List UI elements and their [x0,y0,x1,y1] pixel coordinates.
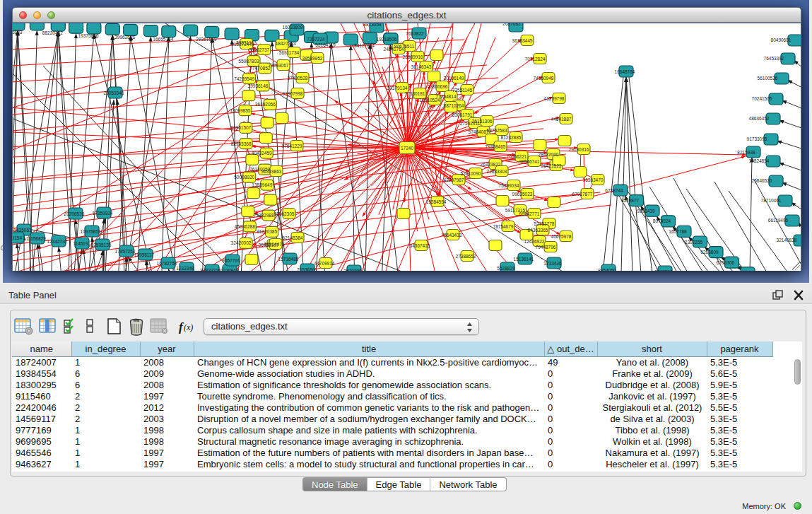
svg-text:66119495: 66119495 [768,218,789,223]
svg-text:16648784: 16648784 [615,69,635,74]
svg-text:80901507: 80901507 [230,125,251,130]
svg-text:34127884: 34127884 [354,43,375,48]
svg-text:73551145: 73551145 [452,88,473,93]
svg-text:17240: 17240 [401,146,413,151]
svg-text:99635023: 99635023 [512,192,533,197]
svg-text:8074924: 8074924 [653,218,671,223]
svg-text:16914479: 16914479 [264,242,285,247]
svg-text:25846520: 25846520 [752,178,772,183]
svg-text:44709914: 44709914 [314,261,335,266]
svg-text:7357224: 7357224 [307,37,325,42]
svg-text:32140838: 32140838 [777,238,797,243]
svg-text:88710264: 88710264 [444,103,464,108]
svg-text:42297987: 42297987 [444,177,464,182]
svg-text:88220482: 88220482 [42,30,63,35]
svg-text:30106149: 30106149 [444,76,464,81]
svg-text:12342737: 12342737 [47,239,68,244]
svg-text:26151306: 26151306 [472,119,493,124]
svg-text:15136141: 15136141 [514,257,534,262]
svg-text:39154: 39154 [13,235,22,240]
svg-text:2687682: 2687682 [502,23,521,26]
svg-text:52751778: 52751778 [534,221,555,226]
svg-text:30246633: 30246633 [13,30,23,35]
svg-text:1435061: 1435061 [13,228,32,233]
svg-text:55987803: 55987803 [239,59,259,64]
svg-text:20053346: 20053346 [104,90,124,95]
svg-text:91220385: 91220385 [257,229,277,234]
svg-text:26323822: 26323822 [481,162,501,167]
svg-text:80490681: 80490681 [771,37,792,42]
svg-text:8813054: 8813054 [363,23,382,27]
svg-text:114519: 114519 [73,241,88,246]
svg-text:27388652: 27388652 [456,254,476,259]
svg-text:74239549: 74239549 [234,76,254,81]
svg-text:53752583: 53752583 [487,128,507,133]
svg-text:96319863: 96319863 [261,169,282,174]
svg-text:71230843: 71230843 [218,268,239,271]
svg-text:40432459: 40432459 [252,151,272,156]
svg-text:34367415: 34367415 [410,243,430,248]
svg-text:(x): (x) [184,322,193,332]
svg-text:70066221: 70066221 [507,154,527,159]
svg-text:19384554: 19384554 [426,199,447,204]
svg-text:73093067: 73093067 [269,63,289,68]
svg-text:96363470: 96363470 [583,177,604,182]
svg-text:5528829: 5528829 [497,266,515,271]
svg-text:50008920: 50008920 [234,175,254,180]
svg-text:76453392: 76453392 [764,56,784,61]
svg-text:12510524: 12510524 [420,98,440,103]
svg-text:40675978: 40675978 [551,234,572,239]
svg-text:59117315: 59117315 [505,208,526,213]
svg-text:98662305: 98662305 [274,211,295,216]
svg-text:36146343: 36146343 [411,64,432,69]
svg-text:77470852: 77470852 [249,66,270,71]
svg-text:10958117: 10958117 [134,252,155,257]
svg-text:48646352: 48646352 [749,116,770,121]
svg-text:56911734: 56911734 [279,50,300,55]
svg-text:18427393: 18427393 [276,41,296,46]
svg-text:7663822: 7663822 [406,31,424,36]
svg-text:26421523: 26421523 [541,163,562,168]
svg-text:45046288: 45046288 [235,224,255,229]
svg-text:82903368: 82903368 [231,141,252,146]
svg-text:84363365: 84363365 [528,228,548,233]
svg-text:36763445: 36763445 [512,38,533,43]
svg-text:13099855: 13099855 [230,108,250,113]
svg-text:52410090: 52410090 [461,171,481,176]
svg-text:91907998: 91907998 [283,91,303,96]
svg-text:30379134: 30379134 [387,86,408,90]
svg-text:17957253: 17957253 [115,249,136,254]
svg-text:10975857: 10975857 [81,229,101,234]
svg-text:16033809: 16033809 [283,25,303,30]
svg-text:39962626: 39962626 [114,35,135,40]
svg-text:74160948: 74160948 [534,76,554,81]
svg-text:6875018: 6875018 [732,270,751,271]
svg-text:3549877: 3549877 [621,198,640,203]
svg-text:52164119: 52164119 [315,42,336,47]
svg-text:2090518: 2090518 [654,269,673,271]
svg-text:16655764: 16655764 [153,37,173,42]
svg-text:2153650: 2153650 [297,267,315,271]
svg-text:16782759: 16782759 [157,261,177,266]
svg-text:83061791: 83061791 [452,112,473,117]
svg-text:15716485: 15716485 [278,257,299,262]
svg-text:29190316: 29190316 [569,147,589,152]
svg-text:19375836: 19375836 [78,33,98,38]
svg-text:12505135: 12505135 [91,243,112,247]
svg-text:62148384: 62148384 [283,235,303,240]
svg-text:45643433: 45643433 [442,233,462,238]
svg-text:56100526: 56100526 [758,76,778,81]
svg-text:28689916: 28689916 [403,54,423,59]
svg-text:6263809: 6263809 [700,250,719,255]
svg-text:22633303: 22633303 [487,169,507,174]
svg-text:19824854: 19824854 [749,158,770,163]
svg-text:39936146: 39936146 [248,83,269,88]
svg-text:29361589: 29361589 [196,37,216,42]
svg-text:17359924: 17359924 [93,211,113,216]
svg-text:97641229: 97641229 [282,144,302,148]
svg-text:44841887: 44841887 [551,117,572,122]
svg-text:12426922: 12426922 [524,239,545,244]
svg-text:73382988: 73382988 [254,213,274,218]
svg-text:13889649: 13889649 [252,182,272,187]
svg-text:6738744: 6738744 [605,188,623,193]
